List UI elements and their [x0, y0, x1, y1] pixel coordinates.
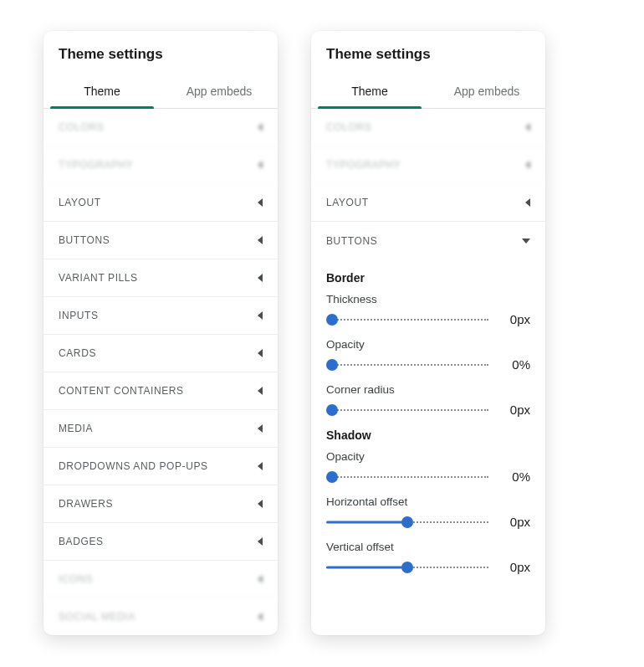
slider-thumb[interactable]: [326, 471, 338, 483]
row-badges[interactable]: BADGES: [43, 523, 278, 561]
control-corner-radius: Corner radius 0px: [326, 383, 530, 417]
slider-track: [407, 567, 488, 568]
opacity-slider[interactable]: [326, 358, 488, 372]
row-layout[interactable]: LAYOUT: [43, 184, 278, 222]
slider-thumb[interactable]: [401, 562, 413, 573]
row-icons[interactable]: ICONS: [43, 561, 278, 598]
row-label: TYPOGRAPHY: [59, 159, 133, 171]
row-layout[interactable]: LAYOUT: [311, 184, 545, 222]
slider-fill: [326, 566, 407, 568]
row-label: BUTTONS: [59, 234, 110, 246]
control-horizontal-offset: Horizontal offset 0px: [326, 495, 530, 529]
settings-list: COLORS TYPOGRAPHY LAYOUT BUTTONS Border …: [311, 109, 545, 635]
row-label: MEDIA: [59, 423, 93, 434]
control-value: 0px: [498, 515, 530, 529]
panel-title: Theme settings: [59, 46, 263, 63]
caret-left-icon: [525, 161, 530, 169]
theme-settings-panel-collapsed: Theme settings Theme App embeds COLORS T…: [43, 31, 278, 635]
control-vertical-offset: Vertical offset 0px: [326, 541, 530, 574]
slider-thumb[interactable]: [326, 359, 338, 371]
caret-left-icon: [258, 274, 263, 282]
row-label: BADGES: [59, 536, 104, 547]
row-drawers[interactable]: DRAWERS: [43, 485, 278, 523]
caret-left-icon: [258, 462, 263, 470]
corner-radius-slider[interactable]: [326, 403, 488, 417]
group-title-shadow: Shadow: [326, 428, 530, 442]
row-label: TYPOGRAPHY: [326, 159, 401, 171]
tabs: Theme App embeds: [43, 76, 278, 109]
control-label: Opacity: [326, 450, 530, 463]
row-colors[interactable]: COLORS: [43, 109, 278, 146]
row-social-media[interactable]: SOCIAL MEDIA: [43, 598, 278, 635]
control-value: 0%: [498, 357, 530, 372]
control-label: Horizontal offset: [326, 495, 530, 508]
control-label: Corner radius: [326, 383, 530, 396]
control-opacity: Opacity 0%: [326, 338, 530, 372]
slider-track: [331, 409, 488, 411]
tabs: Theme App embeds: [311, 76, 545, 109]
shadow-opacity-slider[interactable]: [326, 470, 488, 484]
row-label: CONTENT CONTAINERS: [59, 385, 184, 397]
caret-left-icon: [258, 198, 263, 207]
row-colors[interactable]: COLORS: [311, 109, 545, 146]
tab-app-embeds[interactable]: App embeds: [161, 76, 278, 108]
horizontal-offset-slider[interactable]: [326, 516, 488, 529]
control-value: 0px: [498, 560, 530, 574]
row-label: VARIANT PILLS: [59, 272, 138, 284]
row-typography[interactable]: TYPOGRAPHY: [43, 146, 278, 184]
slider-thumb[interactable]: [326, 404, 338, 416]
row-buttons[interactable]: BUTTONS: [43, 222, 278, 259]
caret-left-icon: [258, 575, 263, 583]
row-label: DROPDOWNS AND POP-UPS: [59, 460, 208, 472]
row-variant-pills[interactable]: VARIANT PILLS: [43, 259, 278, 297]
tab-theme[interactable]: Theme: [311, 76, 428, 108]
slider-thumb[interactable]: [326, 314, 338, 326]
group-title-border: Border: [326, 271, 530, 285]
row-label: COLORS: [59, 121, 104, 133]
row-content-containers[interactable]: CONTENT CONTAINERS: [43, 372, 278, 410]
vertical-offset-slider[interactable]: [326, 561, 488, 574]
control-thickness: Thickness 0px: [326, 293, 530, 326]
control-shadow-opacity: Opacity 0%: [326, 450, 530, 484]
row-label: LAYOUT: [326, 197, 369, 208]
control-label: Vertical offset: [326, 541, 530, 553]
row-inputs[interactable]: INPUTS: [43, 297, 278, 335]
row-dropdowns[interactable]: DROPDOWNS AND POP-UPS: [43, 448, 278, 485]
tab-app-embeds[interactable]: App embeds: [428, 76, 545, 108]
slider-track: [407, 521, 488, 523]
control-value: 0px: [498, 312, 530, 326]
thickness-slider[interactable]: [326, 313, 488, 326]
caret-left-icon: [258, 161, 263, 169]
panel-title: Theme settings: [326, 46, 530, 63]
control-label: Opacity: [326, 338, 530, 351]
row-label: INPUTS: [59, 310, 99, 321]
row-label: COLORS: [326, 121, 371, 133]
buttons-settings: Border Thickness 0px Opacity: [311, 259, 545, 574]
caret-left-icon: [258, 424, 263, 433]
slider-track: [331, 364, 488, 366]
settings-list: COLORS TYPOGRAPHY LAYOUT BUTTONS VARIANT…: [43, 109, 278, 635]
caret-left-icon: [258, 311, 263, 320]
row-buttons[interactable]: BUTTONS: [311, 222, 545, 259]
caret-left-icon: [258, 613, 263, 621]
row-label: LAYOUT: [59, 197, 101, 208]
control-value: 0%: [498, 469, 530, 484]
control-value: 0px: [498, 403, 530, 417]
tab-theme[interactable]: Theme: [43, 76, 161, 108]
caret-left-icon: [258, 123, 263, 131]
slider-thumb[interactable]: [401, 516, 413, 528]
caret-left-icon: [525, 198, 530, 207]
row-cards[interactable]: CARDS: [43, 335, 278, 372]
row-label: ICONS: [59, 573, 93, 585]
caret-left-icon: [258, 349, 263, 357]
row-label: CARDS: [59, 347, 96, 359]
caret-left-icon: [258, 387, 263, 395]
slider-fill: [326, 521, 407, 523]
slider-track: [331, 319, 488, 321]
row-label: SOCIAL MEDIA: [59, 611, 135, 623]
row-label: DRAWERS: [59, 498, 113, 510]
caret-left-icon: [525, 123, 530, 131]
row-media[interactable]: MEDIA: [43, 410, 278, 448]
row-typography[interactable]: TYPOGRAPHY: [311, 146, 545, 184]
caret-left-icon: [258, 500, 263, 508]
